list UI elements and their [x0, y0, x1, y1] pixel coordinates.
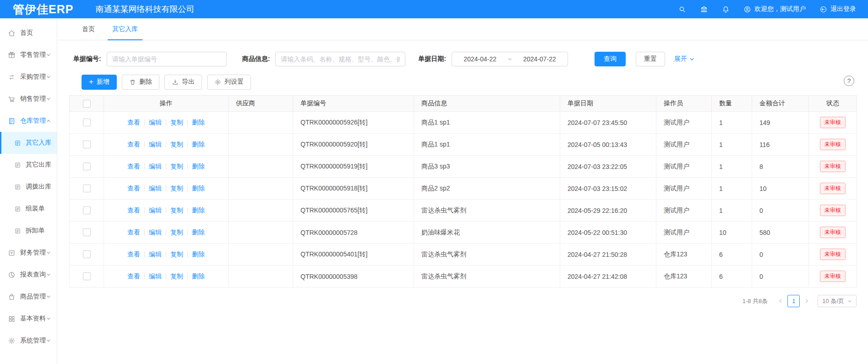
- prev-page-button[interactable]: [775, 299, 786, 304]
- sidebar-item-finance[interactable]: 财务管理: [0, 242, 57, 264]
- view-link[interactable]: 查看: [127, 228, 140, 236]
- row-checkbox[interactable]: [83, 119, 91, 126]
- delete-link[interactable]: 删除: [192, 163, 205, 170]
- copy-link[interactable]: 复制: [170, 272, 183, 280]
- cart-icon: [8, 95, 16, 103]
- edit-link[interactable]: 编辑: [149, 163, 162, 170]
- col-header-amount: 金额合计: [752, 96, 809, 112]
- row-checkbox[interactable]: [83, 250, 91, 258]
- sidebar-item-basic-data[interactable]: 基本资料: [0, 308, 57, 330]
- sidebar-item-system[interactable]: 系统管理: [0, 330, 57, 352]
- product-info-label: 商品信息:: [242, 55, 270, 63]
- edit-link[interactable]: 编辑: [149, 206, 162, 214]
- tab-other-inbound[interactable]: 其它入库: [104, 18, 147, 40]
- edit-link[interactable]: 编辑: [149, 272, 162, 280]
- view-link[interactable]: 查看: [127, 272, 140, 280]
- app-logo: 管伊佳ERP: [13, 2, 73, 17]
- add-button[interactable]: + 新增: [82, 75, 117, 90]
- chevron-left-icon: [778, 299, 783, 304]
- edit-link[interactable]: 编辑: [149, 119, 162, 126]
- delete-link[interactable]: 删除: [192, 250, 205, 258]
- col-header-date: 单据日期: [560, 96, 656, 112]
- doc-no-cell: QTRK00000005926[转]: [293, 112, 414, 134]
- date-cell: 2024-05-29 22:16:20: [560, 200, 656, 222]
- sidebar-item-purchase[interactable]: 采购管理: [0, 66, 57, 88]
- delete-link[interactable]: 删除: [192, 228, 205, 236]
- current-page[interactable]: 1: [787, 295, 800, 307]
- sidebar-item-warehouse[interactable]: 仓库管理: [0, 110, 57, 132]
- row-checkbox[interactable]: [83, 206, 91, 214]
- export-button[interactable]: 导出: [164, 75, 202, 90]
- delete-link[interactable]: 删除: [192, 272, 205, 280]
- delete-link[interactable]: 删除: [192, 185, 205, 192]
- view-link[interactable]: 查看: [127, 185, 140, 192]
- reset-button[interactable]: 重置: [636, 52, 665, 66]
- help-icon[interactable]: ?: [844, 76, 854, 86]
- copy-link[interactable]: 复制: [170, 141, 183, 148]
- view-link[interactable]: 查看: [127, 250, 140, 258]
- copy-link[interactable]: 复制: [170, 185, 183, 192]
- copy-link[interactable]: 复制: [170, 250, 183, 258]
- expand-toggle[interactable]: 展开: [674, 55, 694, 63]
- copy-link[interactable]: 复制: [170, 228, 183, 236]
- bank-icon[interactable]: [700, 5, 708, 13]
- supplier-cell: [229, 112, 293, 134]
- product-cell: 商品2 sp2: [414, 178, 560, 200]
- product-cell: 商品1 sp1: [414, 134, 560, 156]
- row-checkbox[interactable]: [83, 163, 91, 170]
- page-size-select[interactable]: 10 条/页: [818, 295, 857, 307]
- view-link[interactable]: 查看: [127, 119, 140, 126]
- sync-icon: [8, 73, 16, 81]
- sidebar-item-reports[interactable]: 报表查询: [0, 264, 57, 286]
- sidebar-item-products[interactable]: 商品管理: [0, 286, 57, 308]
- sidebar-item-disassembly[interactable]: 拆卸单: [0, 220, 57, 242]
- delete-link[interactable]: 删除: [192, 206, 205, 214]
- doc-no-input[interactable]: [107, 52, 227, 66]
- bell-icon[interactable]: [722, 5, 730, 13]
- copy-link[interactable]: 复制: [170, 163, 183, 170]
- sidebar-item-other-inbound[interactable]: 其它入库: [0, 132, 57, 154]
- supplier-cell: [229, 222, 293, 244]
- user-menu[interactable]: 欢迎您，测试用户: [743, 5, 806, 13]
- tab-home[interactable]: 首页: [73, 18, 104, 40]
- sidebar-item-assembly[interactable]: 组装单: [0, 198, 57, 220]
- sidebar-item-home[interactable]: 首页: [0, 22, 57, 44]
- tab-bar: 首页 其它入库: [58, 18, 868, 40]
- row-checkbox[interactable]: [83, 185, 91, 192]
- row-checkbox[interactable]: [83, 272, 91, 280]
- logout-button[interactable]: 退出登录: [819, 5, 856, 13]
- search-button[interactable]: 查询: [595, 52, 626, 66]
- table-row: 查看编辑复制删除 QTRK00000005919[转] 商品3 sp3 2024…: [70, 156, 857, 178]
- view-link[interactable]: 查看: [127, 141, 140, 148]
- search-icon[interactable]: [678, 5, 686, 13]
- delete-link[interactable]: 删除: [192, 119, 205, 126]
- product-info-input[interactable]: [275, 52, 405, 66]
- edit-link[interactable]: 编辑: [149, 228, 162, 236]
- view-link[interactable]: 查看: [127, 163, 140, 170]
- amount-cell: 0: [752, 266, 809, 288]
- copy-link[interactable]: 复制: [170, 206, 183, 214]
- date-range-picker[interactable]: 2024-04-22 ~ 2024-07-22: [452, 52, 568, 66]
- column-settings-button[interactable]: 列设置: [207, 75, 251, 90]
- data-table: 操作 供应商 单据编号 商品信息 单据日期 操作员 数量 金额合计 状态 查看编…: [69, 95, 857, 288]
- doc-no-cell: QTRK00000005728: [293, 222, 414, 244]
- delete-link[interactable]: 删除: [192, 141, 205, 148]
- table-row: 查看编辑复制删除 QTRK00000005398 雷达杀虫气雾剂 2024-04…: [70, 266, 857, 288]
- sidebar-item-other-outbound[interactable]: 其它出库: [0, 154, 57, 176]
- sidebar-item-sales[interactable]: 销售管理: [0, 88, 57, 110]
- row-checkbox[interactable]: [83, 141, 91, 148]
- chevron-down-icon: [46, 272, 51, 277]
- chevron-down-icon: [46, 338, 51, 343]
- delete-button[interactable]: 删除: [122, 75, 159, 90]
- sidebar-item-retail[interactable]: 零售管理: [0, 44, 57, 66]
- view-link[interactable]: 查看: [127, 206, 140, 214]
- next-page-button[interactable]: [802, 299, 812, 304]
- doc-icon: [14, 228, 21, 234]
- sidebar-item-transfer-outbound[interactable]: 调拨出库: [0, 176, 57, 198]
- edit-link[interactable]: 编辑: [149, 185, 162, 192]
- row-checkbox[interactable]: [83, 228, 91, 236]
- select-all-checkbox[interactable]: [83, 100, 91, 108]
- edit-link[interactable]: 编辑: [149, 250, 162, 258]
- copy-link[interactable]: 复制: [170, 119, 183, 126]
- edit-link[interactable]: 编辑: [149, 141, 162, 148]
